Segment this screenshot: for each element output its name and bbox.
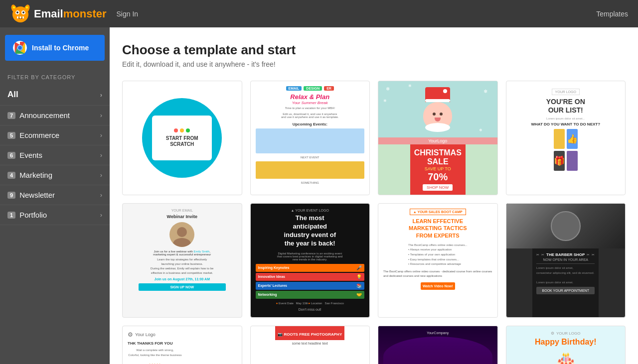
event-footer: Don't miss out! — [299, 308, 321, 311]
chevron-right-icon: › — [100, 131, 102, 139]
sidebar-all-label: All — [7, 90, 18, 100]
templates-link[interactable]: Templates — [596, 10, 628, 18]
webinar-cta-button[interactable]: SIGN UP NOW — [139, 283, 226, 291]
template-card-summer[interactable]: EMAIL DESIGN ER Relax & Plan Your Summer… — [250, 81, 370, 195]
template-card-birthday[interactable]: ⚙ YOUR LOGO Happy Birthday! 🎂 🎉 🎈 — [506, 326, 626, 364]
barber-open: NOW OPEN IN YOUR AREA — [536, 258, 595, 261]
template-card-photography[interactable]: 📷 ROOTS FREE PHOTOGRAPHY some text headl… — [250, 326, 370, 364]
page-subtitle: Edit it, download it, and use it anywher… — [122, 60, 626, 68]
sidebar-ecommerce-label: Ecommerce — [19, 131, 59, 139]
birthday-cake-emoji: 🎂 — [553, 351, 578, 364]
summer-title: Relax & Plan — [290, 93, 329, 101]
svg-point-11 — [26, 6, 28, 8]
sidebar-item-all[interactable]: All › — [0, 84, 110, 106]
template-card-barber[interactable]: ✂✂ THE BARBER SHOP ✂✂ NOW OPEN IN YOUR A… — [506, 203, 626, 318]
marketing-badge: ▲ YOUR SALES BOOT CAMP — [410, 209, 466, 215]
webinar-title: Webinar Invite — [167, 214, 197, 219]
event-logo: ▲ YOUR EVENT LOGO — [291, 209, 329, 212]
sidebar-events-label: Events — [19, 151, 42, 159]
sidebar-marketing-label: Marketing — [19, 171, 52, 179]
svg-point-15 — [18, 46, 22, 50]
template-card-event[interactable]: ▲ YOUR EVENT LOGO The mostanticipatedind… — [250, 203, 370, 318]
install-chrome-button[interactable]: Install to Chrome — [5, 35, 105, 61]
chevron-right-icon: › — [100, 211, 102, 219]
chrome-icon — [13, 41, 27, 55]
svg-rect-5 — [17, 16, 18, 18]
layout: Install to Chrome FILTER BY CATEGORY All… — [0, 27, 638, 364]
header-left: Emailmonster Sign In — [10, 3, 138, 24]
sidebar: Install to Chrome FILTER BY CATEGORY All… — [0, 27, 110, 364]
scratch-label: START FROMSCRATCH — [166, 135, 198, 147]
chevron-right-icon: › — [100, 91, 102, 99]
header: Emailmonster Sign In Templates — [0, 0, 638, 27]
svg-rect-6 — [20, 16, 21, 18]
template-card-christmas[interactable]: ❄ ❄ ❄ ❄ ❄ — [378, 81, 498, 195]
svg-point-4 — [22, 11, 24, 13]
sidebar-item-portfolio[interactable]: 1 Portfolio › — [0, 205, 110, 225]
logo-monster: monster — [63, 7, 107, 20]
barber-cta-button[interactable]: BOOK YOUR APPOINTMENT — [536, 287, 595, 294]
chevron-right-icon: › — [100, 191, 102, 199]
sidebar-item-marketing[interactable]: 4 Marketing › — [0, 165, 110, 185]
christmas-sale: CHRISTMASSALE — [414, 148, 462, 166]
newsletter-badge: 9 — [7, 192, 15, 199]
logo[interactable]: Emailmonster — [10, 3, 107, 24]
webinar-avatar — [169, 222, 194, 247]
svg-point-10 — [13, 6, 15, 8]
sidebar-item-ecommerce[interactable]: 5 Ecommerce › — [0, 125, 110, 145]
dot-red — [174, 128, 178, 132]
svg-point-3 — [16, 11, 18, 13]
template-card-thankyou[interactable]: ⚙ Your Logo THK THANKS FOR YOU Wait a co… — [122, 326, 242, 364]
page-title: Choose a template and start — [122, 42, 626, 58]
announcement-badge: 7 — [7, 112, 15, 119]
install-button-label: Install to Chrome — [32, 44, 89, 52]
summer-subtitle: Your Summer Break — [292, 101, 328, 105]
birthday-title: Happy Birthday! — [535, 338, 597, 347]
chevron-right-icon: › — [100, 171, 102, 179]
chevron-right-icon: › — [100, 151, 102, 159]
event-title: The mostanticipatedindustry event ofthe … — [284, 214, 336, 248]
sidebar-portfolio-label: Portfolio — [19, 211, 47, 219]
marketing-badge: 4 — [7, 172, 15, 179]
list-title: YOU'RE ONOUR LIST! — [546, 98, 585, 115]
chevron-right-icon: › — [100, 112, 102, 119]
shop-now-btn[interactable]: SHOP NOW — [423, 184, 453, 191]
logo-icon — [10, 3, 31, 24]
list-logo: YOUR LOGO — [552, 89, 580, 95]
template-card-marketing[interactable]: ▲ YOUR SALES BOOT CAMP LEARN EFFECTIVEMA… — [378, 203, 498, 318]
svg-rect-7 — [22, 16, 24, 18]
marketing-title: LEARN EFFECTIVEMARKETING TACTICSFROM EXP… — [409, 218, 467, 239]
template-card-list[interactable]: YOUR LOGO YOU'RE ONOUR LIST! Lorem ipsum… — [506, 81, 626, 195]
template-card-concert[interactable]: YourCompany LIVE CONCERT Special Event 2… — [378, 326, 498, 364]
template-grid: START FROMSCRATCH EMAIL DESIGN ER Relax … — [122, 81, 626, 364]
portfolio-badge: 1 — [7, 212, 15, 219]
sign-in-link[interactable]: Sign In — [117, 10, 139, 18]
sidebar-newsletter-label: Newsletter — [19, 191, 55, 199]
marketing-cta-button[interactable]: Watch Video Now! — [421, 282, 455, 290]
webinar-logo: YOUR EMAIL — [171, 209, 193, 212]
dot-yellow — [180, 128, 184, 132]
main-content: Choose a template and start Edit it, dow… — [110, 27, 638, 364]
template-card-scratch[interactable]: START FROMSCRATCH — [122, 81, 242, 195]
dot-green — [186, 128, 190, 132]
sidebar-item-events[interactable]: 6 Events › — [0, 145, 110, 165]
template-card-webinar[interactable]: YOUR EMAIL Webinar Invite Join us for a … — [122, 203, 242, 318]
events-badge: 6 — [7, 152, 15, 159]
logo-email: Email — [34, 7, 63, 20]
sidebar-announcement-label: Announcement — [19, 111, 70, 120]
ecommerce-badge: 5 — [7, 132, 15, 139]
filter-label: FILTER BY CATEGORY — [0, 68, 110, 84]
sidebar-item-announcement[interactable]: 7 Announcement › — [0, 106, 110, 125]
christmas-logo: YourLogo — [428, 138, 447, 143]
sidebar-item-newsletter[interactable]: 9 Newsletter › — [0, 185, 110, 205]
